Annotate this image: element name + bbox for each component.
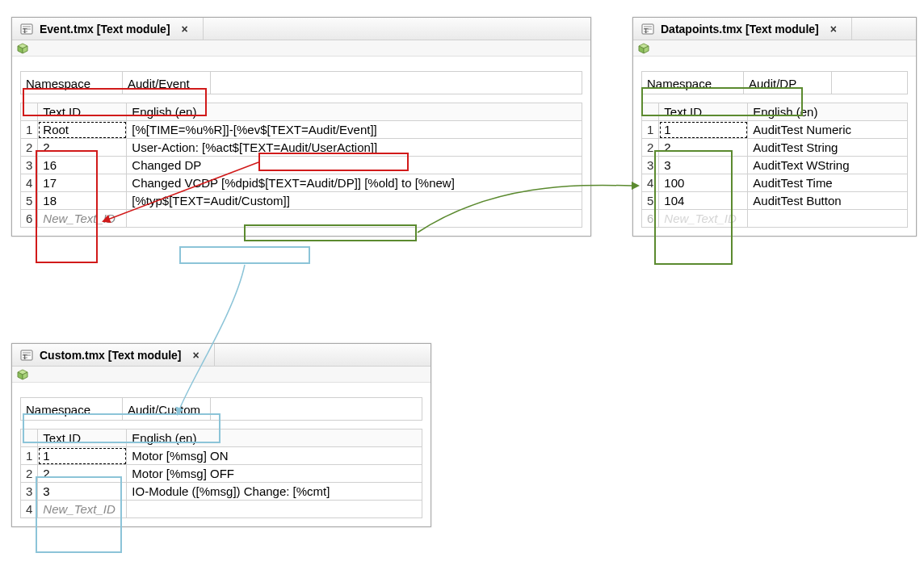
cell-text-id[interactable]: Root xyxy=(38,121,127,139)
namespace-label: Namespace xyxy=(20,397,122,421)
table-row[interactable]: 6 New_Text_ID xyxy=(21,210,582,228)
table-row[interactable]: 5 104 AuditTest Button xyxy=(642,192,908,210)
cell-text-id[interactable]: 3 xyxy=(659,157,748,174)
cell-english[interactable]: Motor [%msg] OFF xyxy=(127,465,422,483)
close-button[interactable]: × xyxy=(190,349,203,362)
header-row: Text ID English (en) xyxy=(21,103,582,121)
cell-english[interactable]: Changed DP xyxy=(127,157,582,174)
namespace-value[interactable]: Audit/Custom xyxy=(122,397,211,421)
cell-text-id[interactable]: New_Text_ID xyxy=(38,210,127,228)
table-row[interactable]: 1 1 AuditTest Numeric xyxy=(642,121,908,139)
titlebar: T Datapoints.tmx [Text module] × xyxy=(633,18,916,40)
namespace-value[interactable]: Audit/DP xyxy=(743,71,832,94)
namespace-row: Namespace Audit/Event xyxy=(20,71,582,94)
cell-text-id[interactable]: 2 xyxy=(659,139,748,157)
title-tab: T Event.tmx [Text module] × xyxy=(20,18,204,40)
cell-text-id[interactable]: 1 xyxy=(38,447,127,465)
cell-text-id[interactable]: 16 xyxy=(38,157,127,174)
datapoints-panel: T Datapoints.tmx [Text module] × Namespa… xyxy=(632,17,917,237)
cell-text-id[interactable]: 3 xyxy=(38,483,127,501)
table-row[interactable]: 2 2 AuditTest String xyxy=(642,139,908,157)
svg-text:T: T xyxy=(23,353,27,361)
cube-icon xyxy=(638,43,649,54)
svg-text:T: T xyxy=(644,27,649,35)
cell-text-id[interactable]: New_Text_ID xyxy=(38,501,127,518)
col-text-id[interactable]: Text ID xyxy=(38,429,127,447)
titlebar: T Custom.tmx [Text module] × xyxy=(12,344,430,367)
toolbar xyxy=(12,40,590,57)
col-english[interactable]: English (en) xyxy=(127,103,582,121)
cell-english[interactable]: AuditTest Time xyxy=(748,174,908,192)
cube-icon xyxy=(17,369,28,380)
panel-title: Event.tmx [Text module] xyxy=(40,23,170,36)
datapoints-grid[interactable]: Text ID English (en) 1 1 AuditTest Numer… xyxy=(641,103,908,228)
close-button[interactable]: × xyxy=(178,23,191,36)
header-row: Text ID English (en) xyxy=(642,103,908,121)
panel-title: Datapoints.tmx [Text module] xyxy=(661,23,819,36)
cell-english[interactable]: AuditTest Numeric xyxy=(748,121,908,139)
event-grid[interactable]: Text ID English (en) 1 Root [%[TIME=%u%R… xyxy=(20,103,582,228)
title-tab: T Datapoints.tmx [Text module] × xyxy=(641,18,852,40)
col-english[interactable]: English (en) xyxy=(748,103,908,121)
title-tab: T Custom.tmx [Text module] × xyxy=(20,344,215,366)
text-module-icon: T xyxy=(20,23,33,36)
cell-text-id[interactable]: 100 xyxy=(659,174,748,192)
col-english[interactable]: English (en) xyxy=(127,429,422,447)
col-text-id[interactable]: Text ID xyxy=(659,103,748,121)
namespace-label: Namespace xyxy=(641,71,743,94)
custom-grid[interactable]: Text ID English (en) 1 1 Motor [%msg] ON… xyxy=(20,429,422,518)
namespace-label: Namespace xyxy=(20,71,122,94)
cell-english[interactable]: IO-Module ([%msg]) Change: [%cmt] xyxy=(127,483,422,501)
table-row[interactable]: 1 1 Motor [%msg] ON xyxy=(21,447,422,465)
table-row[interactable]: 1 Root [%[TIME=%u%R]]-[%ev$[TEXT=Audit/E… xyxy=(21,121,582,139)
header-row: Text ID English (en) xyxy=(21,429,422,447)
close-button[interactable]: × xyxy=(827,23,840,36)
text-module-icon: T xyxy=(20,349,33,362)
cell-english[interactable]: AuditText WString xyxy=(748,157,908,174)
panel-title: Custom.tmx [Text module] xyxy=(40,349,182,362)
cell-english[interactable]: AuditTest String xyxy=(748,139,908,157)
titlebar: T Event.tmx [Text module] × xyxy=(12,18,590,40)
table-row[interactable]: 4 100 AuditTest Time xyxy=(642,174,908,192)
cell-english[interactable]: User-Action: [%act$[TEXT=Audit/UserActio… xyxy=(127,139,582,157)
col-text-id[interactable]: Text ID xyxy=(38,103,127,121)
cell-text-id[interactable]: 2 xyxy=(38,465,127,483)
cell-text-id[interactable]: New_Text_ID xyxy=(659,210,748,228)
cube-icon xyxy=(17,43,28,54)
table-row[interactable]: 5 18 [%typ$[TEXT=Audit/Custom]] xyxy=(21,192,582,210)
cell-english[interactable]: AuditTest Button xyxy=(748,192,908,210)
cell-english[interactable]: Changed VCDP [%dpid$[TEXT=Audit/DP]] [%o… xyxy=(127,174,582,192)
namespace-row: Namespace Audit/DP xyxy=(641,71,908,94)
svg-text:T: T xyxy=(23,27,27,35)
cell-english[interactable] xyxy=(127,210,582,228)
table-row[interactable]: 2 2 User-Action: [%act$[TEXT=Audit/UserA… xyxy=(21,139,582,157)
table-row[interactable]: 4 17 Changed VCDP [%dpid$[TEXT=Audit/DP]… xyxy=(21,174,582,192)
cell-text-id[interactable]: 17 xyxy=(38,174,127,192)
toolbar xyxy=(12,367,430,383)
namespace-row: Namespace Audit/Custom xyxy=(20,397,422,421)
cell-text-id[interactable]: 1 xyxy=(659,121,748,139)
table-row[interactable]: 4 New_Text_ID xyxy=(21,501,422,518)
table-row[interactable]: 3 3 IO-Module ([%msg]) Change: [%cmt] xyxy=(21,483,422,501)
table-row[interactable]: 3 3 AuditText WString xyxy=(642,157,908,174)
table-row[interactable]: 2 2 Motor [%msg] OFF xyxy=(21,465,422,483)
cell-english[interactable] xyxy=(127,501,422,518)
table-row[interactable]: 3 16 Changed DP xyxy=(21,157,582,174)
text-module-icon: T xyxy=(641,23,654,36)
cell-english[interactable]: [%typ$[TEXT=Audit/Custom]] xyxy=(127,192,582,210)
toolbar xyxy=(633,40,916,57)
cell-english[interactable]: Motor [%msg] ON xyxy=(127,447,422,465)
event-panel: T Event.tmx [Text module] × Namespace Au… xyxy=(11,17,591,237)
namespace-value[interactable]: Audit/Event xyxy=(122,71,211,94)
hl-event-custom-ref xyxy=(179,246,310,264)
cell-text-id[interactable]: 2 xyxy=(38,139,127,157)
custom-panel: T Custom.tmx [Text module] × Namespace A… xyxy=(11,343,431,527)
cell-text-id[interactable]: 104 xyxy=(659,192,748,210)
cell-text-id[interactable]: 18 xyxy=(38,192,127,210)
cell-english[interactable] xyxy=(748,210,908,228)
table-row[interactable]: 6 New_Text_ID xyxy=(642,210,908,228)
cell-english[interactable]: [%[TIME=%u%R]]-[%ev$[TEXT=Audit/Event]] xyxy=(127,121,582,139)
